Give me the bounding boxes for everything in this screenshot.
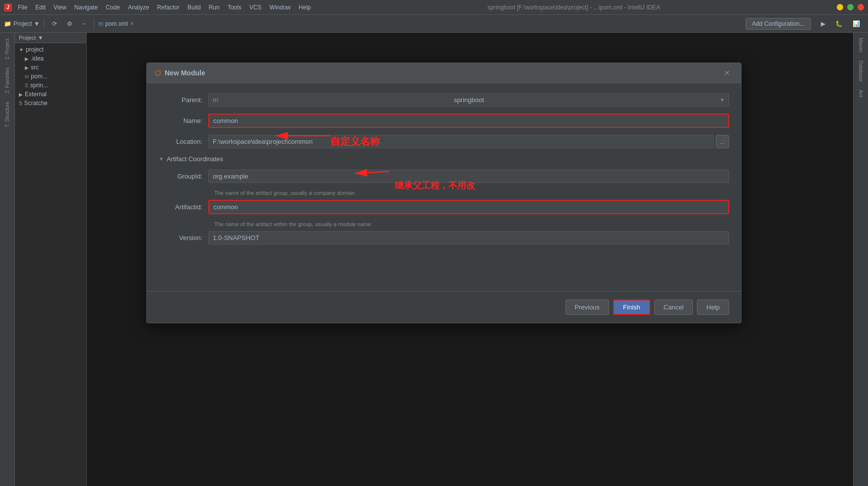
debug-button[interactable]: 🐛 [831,18,847,29]
menu-help[interactable]: Help [299,4,311,11]
project-label: Project [13,20,32,27]
toolbar-settings-btn[interactable]: ⚙ [63,18,76,29]
version-input[interactable] [208,231,729,244]
sidebar-item-favorites[interactable]: 2: Favorites [2,63,12,97]
tree-label-spring: sprin... [30,82,48,89]
tree-item-idea[interactable]: ▶ .idea [15,54,86,63]
tree-item-src[interactable]: ▶ src [15,63,86,72]
close-window-button[interactable] [858,4,864,10]
panel-dropdown-icon[interactable]: ▼ [38,35,43,41]
parent-dropdown[interactable]: m springboot ▼ [208,93,729,107]
groupid-input[interactable] [208,170,729,183]
tree-item-spring[interactable]: S sprin... [15,81,86,90]
tree-label-src: src [31,64,39,71]
parent-label: Parent: [159,96,208,104]
dialog-header: ⬡ New Module ✕ [147,63,741,83]
menu-edit[interactable]: Edit [35,4,46,11]
previous-button[interactable]: Previous [565,300,610,315]
artifact-coordinates-label: Artifact Coordinates [167,155,223,163]
toolbar-minus-btn[interactable]: − [78,18,90,29]
folder-icon-src: ▶ [25,65,29,70]
folder-icon-idea: ▶ [25,56,29,61]
tree-item-project[interactable]: ▼ project [15,45,86,54]
project-dropdown-icon[interactable]: ▼ [34,20,40,27]
file-icon-pom: m [25,74,29,79]
sidebar-item-ant[interactable]: Ant [856,87,866,100]
project-tree: ▼ project ▶ .idea ▶ src m pom... S sprin… [15,43,86,110]
minimize-button[interactable] [837,4,843,10]
menu-build[interactable]: Build [187,4,201,11]
tree-item-pom[interactable]: m pom... [15,72,86,81]
title-bar: J File Edit View Navigate Code Analyze R… [0,0,868,15]
toolbar: 📁 Project ▼ ⟳ ⚙ − m pom.xml ✕ Add Config… [0,15,868,33]
cancel-button[interactable]: Cancel [654,300,693,315]
toolbar-separator-2 [94,19,94,29]
name-label: Name: [159,117,208,124]
editor-area: ⬡ New Module ✕ Parent: m springboot ▼ [87,33,853,486]
tree-label-external: External [25,91,47,98]
editor-tab-icon: m [98,20,103,27]
add-configuration-button[interactable]: Add Configuration... [745,18,811,30]
tree-item-external[interactable]: ▶ External [15,90,86,99]
tree-label-scratches: Scratche [24,100,48,107]
artifactid-hint: The name of the artifact within the grou… [214,221,729,227]
menu-bar[interactable]: File Edit View Navigate Code Analyze Ref… [18,4,311,11]
folder-icon: ▼ [19,47,24,53]
artifactid-row: ArtifactId: [159,200,729,214]
profile-button[interactable]: 📊 [849,18,864,29]
editor-tab-close[interactable]: ✕ [130,21,134,26]
location-input[interactable] [208,135,714,148]
project-panel: Project ▼ ▼ project ▶ .idea ▶ src m pom.… [15,33,87,486]
toolbar-sync-btn[interactable]: ⟳ [48,18,61,29]
menu-navigate[interactable]: Navigate [74,4,98,11]
groupid-label: GroupId: [159,173,208,180]
menu-run[interactable]: Run [209,4,220,11]
parent-icon: m [213,96,218,104]
dialog-title: ⬡ New Module [155,69,205,77]
sidebar-item-database[interactable]: Database [856,58,866,85]
location-browse-button[interactable]: ... [716,135,729,148]
project-panel-header: Project ▼ [15,33,86,43]
menu-file[interactable]: File [18,4,27,11]
tree-label-pom: pom... [31,73,47,80]
location-row: Location: ... [159,135,729,148]
menu-code[interactable]: Code [106,4,120,11]
toolbar-separator-1 [44,19,44,29]
sidebar-item-project[interactable]: 1: Project [2,35,12,63]
tree-label-project: project [26,46,44,53]
sidebar-item-maven[interactable]: Maven [856,35,866,56]
tree-label-idea: .idea [31,55,44,62]
window-title: springboot [F:\workspace\idea\project] -… [488,4,660,11]
menu-tools[interactable]: Tools [228,4,242,11]
menu-window[interactable]: Window [269,4,291,11]
editor-tab-label[interactable]: pom.xml [105,20,127,27]
dialog-module-icon: ⬡ [155,69,161,77]
window-controls[interactable] [837,4,864,10]
dialog-close-button[interactable]: ✕ [721,68,733,78]
project-folder-icon: 📁 [4,20,11,27]
menu-analyze[interactable]: Analyze [128,4,149,11]
menu-view[interactable]: View [54,4,66,11]
tree-item-scratches[interactable]: S Scratche [15,99,86,108]
finish-button[interactable]: Finish [613,300,650,315]
sidebar-item-structure[interactable]: 7: Structure [2,98,12,131]
maximize-button[interactable] [847,4,854,10]
location-label: Location: [159,138,208,145]
folder-icon-external: ▶ [19,92,23,97]
artifactid-input[interactable] [208,200,729,214]
file-icon-spring: S [25,83,28,88]
menu-vcs[interactable]: VCS [249,4,262,11]
name-row: Name: [159,114,729,128]
parent-dropdown-arrow: ▼ [720,97,725,103]
help-button[interactable]: Help [697,300,729,315]
activity-bar: 1: Project 2: Favorites 7: Structure [0,33,15,486]
run-button[interactable]: ▶ [817,18,829,29]
right-sidebar: Maven Database Ant [853,33,868,486]
groupid-hint: The name of the artifact group, usually … [214,190,729,196]
menu-refactor[interactable]: Refactor [157,4,180,11]
name-input[interactable] [208,114,729,128]
dialog-title-text: New Module [165,69,205,77]
main-layout: 1: Project 2: Favorites 7: Structure Pro… [0,33,868,486]
dialog-overlay: ⬡ New Module ✕ Parent: m springboot ▼ [87,33,853,486]
artifact-coordinates-section[interactable]: ▼ Artifact Coordinates [159,155,729,163]
